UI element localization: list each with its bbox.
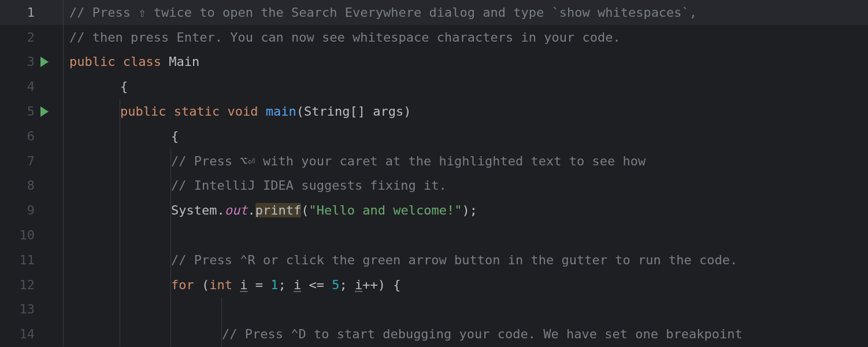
code-text[interactable]: {: [64, 74, 868, 99]
line-number: 13: [12, 302, 35, 316]
code-text[interactable]: public class Main: [64, 50, 868, 75]
code-line[interactable]: 9 System.out.printf("Hello and welcome!"…: [0, 198, 868, 223]
space: [232, 278, 240, 292]
indent-guide: [120, 149, 120, 174]
code-line[interactable]: 8 // IntelliJ IDEA suggests fixing it.: [0, 174, 868, 198]
line-number: 3: [12, 54, 35, 69]
brace-open: {: [120, 79, 128, 94]
code-line[interactable]: 14 // Press ⌃D to start debugging your c…: [0, 322, 868, 346]
brace-open: {: [171, 129, 179, 143]
code-text[interactable]: // IntelliJ IDEA suggests fixing it.: [64, 174, 868, 198]
code-line[interactable]: 6 {: [0, 124, 868, 149]
code-text[interactable]: System.out.printf("Hello and welcome!");: [64, 198, 868, 223]
code-line[interactable]: 13: [0, 297, 868, 322]
semicolon: ;: [470, 203, 477, 217]
keyword-void: void: [227, 104, 258, 119]
indent-guide: [170, 297, 171, 322]
gutter[interactable]: 8: [0, 174, 64, 198]
code-text[interactable]: // then press Enter. You can now see whi…: [64, 25, 868, 50]
gutter[interactable]: 10: [0, 223, 64, 248]
number-literal: 1: [270, 278, 278, 292]
line-number: 10: [12, 228, 35, 242]
gutter[interactable]: 3: [0, 50, 64, 75]
number-literal: 5: [332, 278, 339, 292]
indent-guide: [170, 198, 171, 223]
line-number: 6: [12, 129, 35, 143]
line-number: 1: [12, 5, 35, 20]
gutter[interactable]: 14: [0, 322, 64, 346]
code-text[interactable]: // Press ⌃R or click the green arrow but…: [64, 248, 868, 272]
indent-guide: [120, 248, 120, 272]
code-text[interactable]: [64, 223, 868, 248]
code-line[interactable]: 11 // Press ⌃R or click the green arrow …: [0, 248, 868, 272]
indent-guide: [170, 322, 171, 346]
indent-guide: [170, 174, 171, 198]
code-line[interactable]: 12 for (int i = 1; i <= 5; i++) {: [0, 272, 868, 297]
line-number: 11: [12, 253, 35, 267]
code-text[interactable]: {: [64, 124, 868, 149]
gutter[interactable]: 13: [0, 297, 64, 322]
code-editor[interactable]: 1 // Press ⇧ twice to open the Search Ev…: [0, 0, 868, 347]
indent-guide: [221, 297, 222, 322]
indent-guide: [120, 99, 120, 124]
dot: .: [247, 203, 255, 217]
paren-open: (: [194, 278, 210, 292]
var-i: i: [355, 278, 362, 292]
code-line[interactable]: 1 // Press ⇧ twice to open the Search Ev…: [0, 0, 868, 25]
type-string: String: [304, 104, 350, 119]
code-line[interactable]: 3 public class Main: [0, 50, 868, 75]
run-gutter-icon[interactable]: [40, 57, 49, 67]
gutter[interactable]: 12: [0, 272, 64, 297]
code-line[interactable]: 2 // then press Enter. You can now see w…: [0, 25, 868, 50]
code-text[interactable]: // Press ⇧ twice to open the Search Ever…: [64, 0, 868, 25]
indent-guide: [170, 248, 171, 272]
gutter[interactable]: 2: [0, 25, 64, 50]
class-name: Main: [169, 54, 199, 69]
increment-brace: ++) {: [362, 278, 400, 292]
semicolon: ;: [279, 278, 294, 292]
paren-open: (: [296, 104, 304, 119]
code-line[interactable]: 7 // Press ⌥⏎ with your caret at the hig…: [0, 149, 868, 174]
code-line[interactable]: 10: [0, 223, 868, 248]
class-ref-system: System: [171, 203, 217, 217]
operator-le: <=: [301, 278, 332, 292]
indent-guide: [120, 198, 120, 223]
semicolon: ;: [339, 278, 355, 292]
param-args: args: [373, 104, 403, 119]
code-line[interactable]: 4 {: [0, 74, 868, 99]
assign: =: [248, 278, 271, 292]
keyword-static: static: [174, 104, 220, 119]
var-i: i: [294, 278, 301, 292]
paren-close: ): [403, 104, 411, 119]
code-text[interactable]: // Press ⌃D to start debugging your code…: [64, 322, 868, 346]
gutter[interactable]: 6: [0, 124, 64, 149]
indent-guide: [120, 272, 120, 297]
gutter[interactable]: 11: [0, 248, 64, 272]
code-text[interactable]: [64, 297, 868, 322]
run-gutter-icon[interactable]: [40, 106, 49, 117]
string-literal: "Hello and welcome!": [309, 203, 462, 217]
code-line[interactable]: 5 public static void main(String[] args): [0, 99, 868, 124]
code-text[interactable]: public static void main(String[] args): [64, 99, 868, 124]
code-text[interactable]: for (int i = 1; i <= 5; i++) {: [64, 272, 868, 297]
gutter[interactable]: 1: [0, 0, 64, 25]
comment: // Press ⌃R or click the green arrow but…: [171, 253, 737, 267]
indent-guide: [170, 149, 171, 174]
gutter[interactable]: 4: [0, 74, 64, 99]
method-call-printf: printf: [255, 203, 301, 217]
line-number: 7: [12, 154, 35, 168]
gutter[interactable]: 5: [0, 99, 64, 124]
code-text[interactable]: // Press ⌥⏎ with your caret at the highl…: [64, 149, 868, 174]
keyword-for: for: [171, 278, 194, 292]
line-number: 8: [12, 178, 35, 193]
keyword-class: class: [123, 54, 161, 69]
line-number: 5: [12, 104, 35, 119]
method-name: main: [266, 104, 296, 119]
gutter[interactable]: 7: [0, 149, 64, 174]
indent-guide: [221, 322, 222, 346]
comment: // IntelliJ IDEA suggests fixing it.: [171, 178, 447, 193]
gutter[interactable]: 9: [0, 198, 64, 223]
keyword-public: public: [120, 104, 166, 119]
indent-guide: [120, 322, 120, 346]
keyword-int: int: [209, 278, 232, 292]
